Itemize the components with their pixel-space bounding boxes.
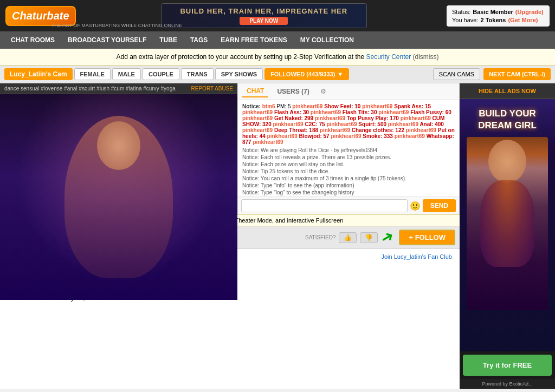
follow-button[interactable]: + FOLLOW	[399, 230, 455, 245]
stream-tags: dance sensual #lovense #anal #squirt #lu…	[4, 86, 188, 92]
upgrade-link[interactable]: (Upgrade)	[515, 9, 544, 15]
dismiss-link[interactable]: (dismiss)	[413, 53, 439, 61]
chat-tabs-row: CHAT USERS (7) ⚙	[238, 83, 459, 100]
report-abuse-link[interactable]: REPORT ABUSE	[191, 86, 233, 92]
stream-video-area	[0, 94, 237, 300]
get-more-link[interactable]: (Get More)	[508, 17, 538, 23]
satisfied-label: SATISFIED?	[305, 234, 336, 240]
chat-message-0: Notice: We are playing Roll the Dice - b…	[242, 147, 455, 153]
nav-collection[interactable]: MY COLLECTION	[294, 33, 360, 47]
ad-image-area[interactable]: BUILD YOURDREAM GIRL	[460, 99, 555, 351]
tagline: THE ACT OF MASTURBATING WHILE CHATTING O…	[51, 23, 182, 28]
chat-message-6: Notice: Type "log" to see the changelog …	[242, 190, 455, 195]
nav-earn-tokens[interactable]: EARN FREE TOKENS	[214, 33, 293, 47]
banner-text: BUILD HER, TRAIN HER, IMPREGNATE HER	[172, 7, 356, 15]
chat-message-2: Notice: Each prize won will stay on the …	[242, 161, 455, 167]
verify-bar: Add an extra layer of protection to your…	[0, 49, 555, 66]
hide-ads-button[interactable]: HIDE ALL ADS NOW	[460, 83, 555, 99]
thumbs-down-button[interactable]: 👎	[360, 232, 378, 243]
chat-message-4: Notice: You can roll a maximum of 3 time…	[242, 175, 455, 181]
chat-input-row: 🙂 SEND	[238, 197, 459, 214]
emoji-button[interactable]: 🙂	[410, 201, 421, 211]
play-now-button[interactable]: PLAY NOW	[240, 17, 288, 25]
users-tab[interactable]: USERS (7)	[273, 86, 313, 97]
tip-menu-notice: Notice: btm6 PM: 5 pinkheart69 Show Feet…	[242, 103, 455, 145]
tab-couple[interactable]: COUPLE	[143, 68, 179, 80]
scan-cams-button[interactable]: SCAN CAMS	[433, 68, 480, 80]
chat-message-5: Notice: Type "info" to see the (app info…	[242, 182, 455, 188]
tab-spy-shows[interactable]: SPY SHOWS	[215, 68, 263, 80]
tab-followed[interactable]: FOLLOWED (443/9333) ▼	[264, 68, 349, 80]
thumbs-up-button[interactable]: 👍	[339, 232, 357, 243]
follow-arrow-indicator: ➜	[378, 226, 397, 248]
try-free-button[interactable]: Try it for FREE	[463, 355, 552, 376]
settings-icon[interactable]: ⚙	[320, 88, 326, 95]
chat-messages: Notice: btm6 PM: 5 pinkheart69 Show Feet…	[238, 100, 459, 197]
send-chat-button[interactable]: SEND	[423, 199, 456, 212]
status-value: Basic Member	[473, 9, 513, 15]
tokens-value: 2 Tokens	[481, 17, 506, 23]
ad-title-text: BUILD YOURDREAM GIRL	[474, 102, 541, 137]
nav-broadcast[interactable]: BROADCAST YOURSELF	[61, 33, 153, 47]
fan-club-link[interactable]: Join Lucy_latiin's Fan Club	[381, 253, 452, 260]
cam-tabs-row: Lucy_Latiin's Cam FEMALE MALE COUPLE TRA…	[0, 66, 555, 83]
chat-message-3: Notice: Tip 25 tokens to roll the dice.	[242, 168, 455, 174]
nav-chat-rooms[interactable]: CHAT ROOMS	[4, 33, 61, 47]
tab-trans[interactable]: TRANS	[181, 68, 214, 80]
tab-female[interactable]: FEMALE	[74, 68, 111, 80]
chevron-down-icon: ▼	[337, 71, 343, 77]
right-ad-panel: HIDE ALL ADS NOW BUILD YOURDREAM GIRL Tr…	[460, 83, 555, 389]
nav-tags[interactable]: TAGS	[184, 33, 214, 47]
chat-message-1: Notice: Each roll reveals a prize. There…	[242, 154, 455, 160]
chat-input[interactable]	[241, 199, 408, 212]
tab-male[interactable]: MALE	[112, 68, 141, 80]
video-stream: dance sensual #lovense #anal #squirt #lu…	[0, 83, 237, 214]
user-status-panel: Status: Basic Member (Upgrade) You have:…	[447, 5, 550, 27]
nav-bar: CHAT ROOMS BROADCAST YOURSELF TUBE TAGS …	[0, 31, 555, 49]
cam-title-tab[interactable]: Lucy_Latiin's Cam	[4, 68, 73, 80]
left-panel: dance sensual #lovense #anal #squirt #lu…	[0, 83, 460, 389]
chat-panel: CHAT USERS (7) ⚙ Notice: btm6 PM: 5 pink…	[237, 83, 460, 214]
security-center-link[interactable]: Security Center	[366, 53, 411, 61]
status-label: Status:	[452, 9, 470, 15]
powered-by-text: Powered by ExoticAd...	[460, 379, 555, 389]
nav-tube[interactable]: TUBE	[153, 33, 184, 47]
chat-tab[interactable]: CHAT	[242, 86, 268, 97]
next-cam-button[interactable]: NEXT CAM (CTRL-/)	[483, 68, 551, 80]
tokens-label: You have:	[452, 17, 479, 23]
